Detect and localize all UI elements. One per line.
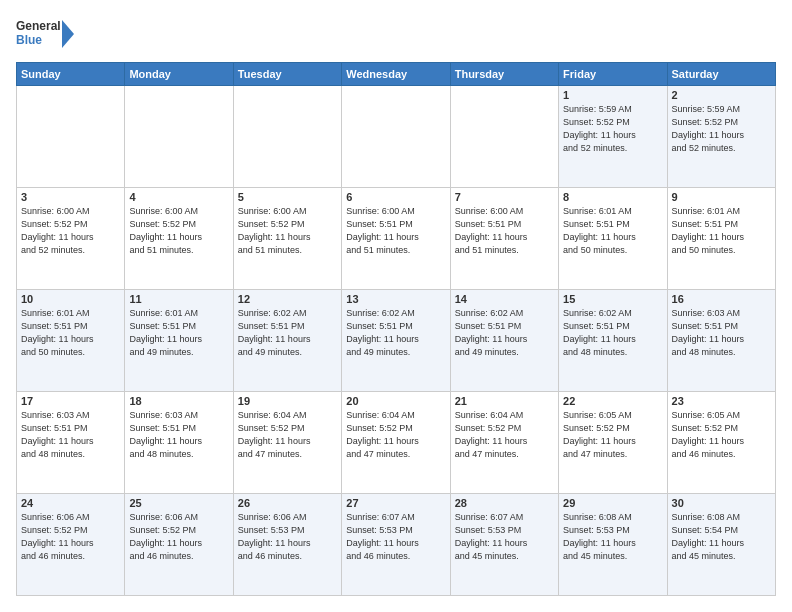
day-info: Sunrise: 6:08 AM Sunset: 5:53 PM Dayligh… [563, 511, 662, 563]
calendar: SundayMondayTuesdayWednesdayThursdayFrid… [16, 62, 776, 596]
day-number: 14 [455, 293, 554, 305]
day-info: Sunrise: 6:00 AM Sunset: 5:51 PM Dayligh… [346, 205, 445, 257]
day-info: Sunrise: 6:01 AM Sunset: 5:51 PM Dayligh… [672, 205, 771, 257]
calendar-day: 13Sunrise: 6:02 AM Sunset: 5:51 PM Dayli… [342, 290, 450, 392]
logo: General Blue [16, 16, 76, 52]
weekday-header: Sunday [17, 63, 125, 86]
day-number: 11 [129, 293, 228, 305]
day-number: 24 [21, 497, 120, 509]
calendar-day: 28Sunrise: 6:07 AM Sunset: 5:53 PM Dayli… [450, 494, 558, 596]
calendar-day: 21Sunrise: 6:04 AM Sunset: 5:52 PM Dayli… [450, 392, 558, 494]
day-info: Sunrise: 6:00 AM Sunset: 5:52 PM Dayligh… [129, 205, 228, 257]
header: General Blue [16, 16, 776, 52]
calendar-empty [125, 86, 233, 188]
day-number: 16 [672, 293, 771, 305]
weekday-header: Monday [125, 63, 233, 86]
day-number: 29 [563, 497, 662, 509]
calendar-day: 4Sunrise: 6:00 AM Sunset: 5:52 PM Daylig… [125, 188, 233, 290]
calendar-day: 19Sunrise: 6:04 AM Sunset: 5:52 PM Dayli… [233, 392, 341, 494]
day-info: Sunrise: 6:02 AM Sunset: 5:51 PM Dayligh… [455, 307, 554, 359]
calendar-day: 27Sunrise: 6:07 AM Sunset: 5:53 PM Dayli… [342, 494, 450, 596]
day-info: Sunrise: 6:04 AM Sunset: 5:52 PM Dayligh… [238, 409, 337, 461]
calendar-week-row: 17Sunrise: 6:03 AM Sunset: 5:51 PM Dayli… [17, 392, 776, 494]
day-info: Sunrise: 6:00 AM Sunset: 5:51 PM Dayligh… [455, 205, 554, 257]
calendar-day: 24Sunrise: 6:06 AM Sunset: 5:52 PM Dayli… [17, 494, 125, 596]
day-info: Sunrise: 6:00 AM Sunset: 5:52 PM Dayligh… [238, 205, 337, 257]
day-number: 1 [563, 89, 662, 101]
day-info: Sunrise: 5:59 AM Sunset: 5:52 PM Dayligh… [563, 103, 662, 155]
day-number: 28 [455, 497, 554, 509]
day-info: Sunrise: 6:01 AM Sunset: 5:51 PM Dayligh… [563, 205, 662, 257]
calendar-empty [342, 86, 450, 188]
calendar-empty [450, 86, 558, 188]
day-number: 13 [346, 293, 445, 305]
calendar-day: 23Sunrise: 6:05 AM Sunset: 5:52 PM Dayli… [667, 392, 775, 494]
calendar-day: 22Sunrise: 6:05 AM Sunset: 5:52 PM Dayli… [559, 392, 667, 494]
day-info: Sunrise: 6:06 AM Sunset: 5:52 PM Dayligh… [129, 511, 228, 563]
calendar-day: 9Sunrise: 6:01 AM Sunset: 5:51 PM Daylig… [667, 188, 775, 290]
calendar-day: 1Sunrise: 5:59 AM Sunset: 5:52 PM Daylig… [559, 86, 667, 188]
calendar-day: 15Sunrise: 6:02 AM Sunset: 5:51 PM Dayli… [559, 290, 667, 392]
calendar-day: 2Sunrise: 5:59 AM Sunset: 5:52 PM Daylig… [667, 86, 775, 188]
weekday-header: Tuesday [233, 63, 341, 86]
day-info: Sunrise: 6:05 AM Sunset: 5:52 PM Dayligh… [563, 409, 662, 461]
day-number: 26 [238, 497, 337, 509]
calendar-day: 11Sunrise: 6:01 AM Sunset: 5:51 PM Dayli… [125, 290, 233, 392]
day-info: Sunrise: 6:07 AM Sunset: 5:53 PM Dayligh… [455, 511, 554, 563]
calendar-day: 8Sunrise: 6:01 AM Sunset: 5:51 PM Daylig… [559, 188, 667, 290]
calendar-day: 14Sunrise: 6:02 AM Sunset: 5:51 PM Dayli… [450, 290, 558, 392]
day-info: Sunrise: 6:04 AM Sunset: 5:52 PM Dayligh… [346, 409, 445, 461]
day-info: Sunrise: 6:02 AM Sunset: 5:51 PM Dayligh… [238, 307, 337, 359]
day-number: 22 [563, 395, 662, 407]
day-number: 27 [346, 497, 445, 509]
calendar-day: 6Sunrise: 6:00 AM Sunset: 5:51 PM Daylig… [342, 188, 450, 290]
calendar-week-row: 24Sunrise: 6:06 AM Sunset: 5:52 PM Dayli… [17, 494, 776, 596]
svg-text:Blue: Blue [16, 33, 42, 47]
day-number: 9 [672, 191, 771, 203]
day-number: 12 [238, 293, 337, 305]
calendar-week-row: 3Sunrise: 6:00 AM Sunset: 5:52 PM Daylig… [17, 188, 776, 290]
calendar-day: 30Sunrise: 6:08 AM Sunset: 5:54 PM Dayli… [667, 494, 775, 596]
day-number: 19 [238, 395, 337, 407]
day-info: Sunrise: 6:07 AM Sunset: 5:53 PM Dayligh… [346, 511, 445, 563]
calendar-day: 3Sunrise: 6:00 AM Sunset: 5:52 PM Daylig… [17, 188, 125, 290]
day-info: Sunrise: 6:02 AM Sunset: 5:51 PM Dayligh… [346, 307, 445, 359]
day-info: Sunrise: 6:01 AM Sunset: 5:51 PM Dayligh… [21, 307, 120, 359]
day-info: Sunrise: 5:59 AM Sunset: 5:52 PM Dayligh… [672, 103, 771, 155]
day-info: Sunrise: 6:05 AM Sunset: 5:52 PM Dayligh… [672, 409, 771, 461]
calendar-week-row: 1Sunrise: 5:59 AM Sunset: 5:52 PM Daylig… [17, 86, 776, 188]
day-info: Sunrise: 6:08 AM Sunset: 5:54 PM Dayligh… [672, 511, 771, 563]
day-info: Sunrise: 6:03 AM Sunset: 5:51 PM Dayligh… [129, 409, 228, 461]
day-info: Sunrise: 6:04 AM Sunset: 5:52 PM Dayligh… [455, 409, 554, 461]
weekday-header: Wednesday [342, 63, 450, 86]
day-number: 23 [672, 395, 771, 407]
day-number: 10 [21, 293, 120, 305]
calendar-day: 7Sunrise: 6:00 AM Sunset: 5:51 PM Daylig… [450, 188, 558, 290]
calendar-day: 20Sunrise: 6:04 AM Sunset: 5:52 PM Dayli… [342, 392, 450, 494]
calendar-day: 5Sunrise: 6:00 AM Sunset: 5:52 PM Daylig… [233, 188, 341, 290]
day-info: Sunrise: 6:03 AM Sunset: 5:51 PM Dayligh… [21, 409, 120, 461]
day-info: Sunrise: 6:01 AM Sunset: 5:51 PM Dayligh… [129, 307, 228, 359]
day-number: 6 [346, 191, 445, 203]
svg-marker-2 [62, 20, 74, 48]
calendar-day: 10Sunrise: 6:01 AM Sunset: 5:51 PM Dayli… [17, 290, 125, 392]
day-number: 3 [21, 191, 120, 203]
weekday-header: Saturday [667, 63, 775, 86]
day-info: Sunrise: 6:06 AM Sunset: 5:52 PM Dayligh… [21, 511, 120, 563]
day-number: 2 [672, 89, 771, 101]
weekday-header: Friday [559, 63, 667, 86]
logo-svg: General Blue [16, 16, 76, 52]
calendar-empty [233, 86, 341, 188]
calendar-day: 16Sunrise: 6:03 AM Sunset: 5:51 PM Dayli… [667, 290, 775, 392]
day-number: 21 [455, 395, 554, 407]
calendar-day: 25Sunrise: 6:06 AM Sunset: 5:52 PM Dayli… [125, 494, 233, 596]
calendar-day: 26Sunrise: 6:06 AM Sunset: 5:53 PM Dayli… [233, 494, 341, 596]
day-number: 7 [455, 191, 554, 203]
day-number: 17 [21, 395, 120, 407]
day-number: 5 [238, 191, 337, 203]
day-info: Sunrise: 6:00 AM Sunset: 5:52 PM Dayligh… [21, 205, 120, 257]
day-info: Sunrise: 6:06 AM Sunset: 5:53 PM Dayligh… [238, 511, 337, 563]
day-info: Sunrise: 6:02 AM Sunset: 5:51 PM Dayligh… [563, 307, 662, 359]
day-info: Sunrise: 6:03 AM Sunset: 5:51 PM Dayligh… [672, 307, 771, 359]
calendar-day: 12Sunrise: 6:02 AM Sunset: 5:51 PM Dayli… [233, 290, 341, 392]
